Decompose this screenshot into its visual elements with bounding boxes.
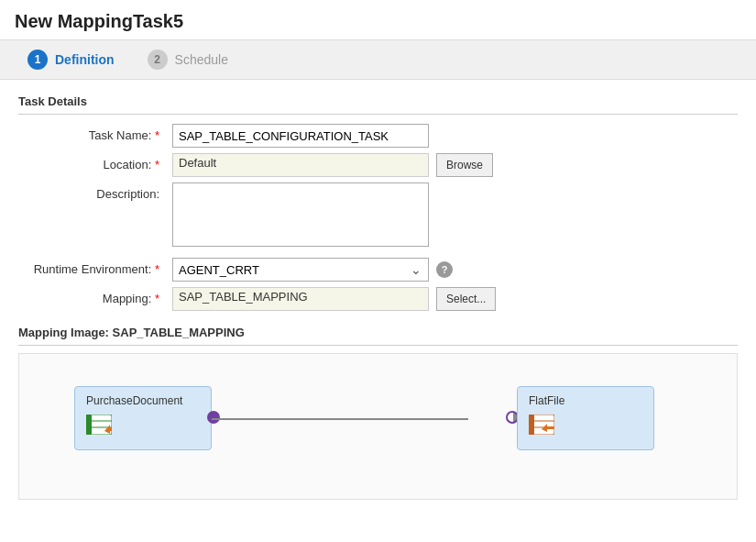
mapping-image-name: SAP_TABLE_MAPPING [113, 326, 245, 339]
mapping-label: Mapping: * [18, 287, 165, 305]
task-name-label: Task Name: * [18, 124, 165, 142]
mapping-required: * [155, 292, 159, 305]
target-node-title: FlatFile [529, 394, 642, 407]
location-value: Default [172, 153, 429, 177]
description-label: Description: [18, 183, 165, 201]
connector-line [212, 418, 468, 420]
location-required: * [155, 158, 159, 171]
help-icon[interactable]: ? [436, 261, 453, 278]
section-title: Task Details [18, 94, 738, 115]
tab-definition-circle: 1 [27, 50, 48, 70]
runtime-env-select[interactable]: AGENT_CRRT [172, 258, 429, 282]
tab-schedule-label: Schedule [175, 52, 228, 67]
location-label: Location: * [18, 153, 165, 171]
page-title: New MappingTask5 [0, 0, 756, 39]
source-node: PurchaseDocument [74, 386, 212, 450]
tab-definition[interactable]: 1 Definition [11, 40, 131, 79]
svg-rect-1 [86, 415, 92, 435]
select-button[interactable]: Select... [436, 287, 496, 311]
mapping-value: SAP_TABLE_MAPPING [172, 287, 429, 311]
tab-definition-label: Definition [55, 52, 115, 67]
task-name-input[interactable] [172, 124, 429, 148]
mapping-canvas: PurchaseDocument FlatFile [18, 353, 738, 500]
target-node: FlatFile [517, 386, 654, 450]
tab-schedule-circle: 2 [148, 50, 168, 70]
tab-schedule[interactable]: 2 Schedule [131, 40, 245, 79]
target-table-icon [529, 415, 554, 435]
browse-button[interactable]: Browse [436, 153, 493, 177]
runtime-env-required: * [155, 262, 159, 276]
description-input[interactable] [172, 183, 429, 247]
svg-rect-6 [529, 415, 534, 435]
mapping-image-section: Mapping Image: SAP_TABLE_MAPPING [18, 326, 738, 346]
task-name-required: * [155, 128, 159, 142]
source-node-title: PurchaseDocument [86, 394, 200, 407]
connector-dot-left [207, 411, 220, 424]
tabs-bar: 1 Definition 2 Schedule [0, 39, 756, 80]
source-table-icon [86, 415, 112, 435]
task-details-section: Task Details Task Name: * Location: * De… [18, 94, 738, 311]
runtime-env-label: Runtime Environment: * [18, 258, 165, 276]
